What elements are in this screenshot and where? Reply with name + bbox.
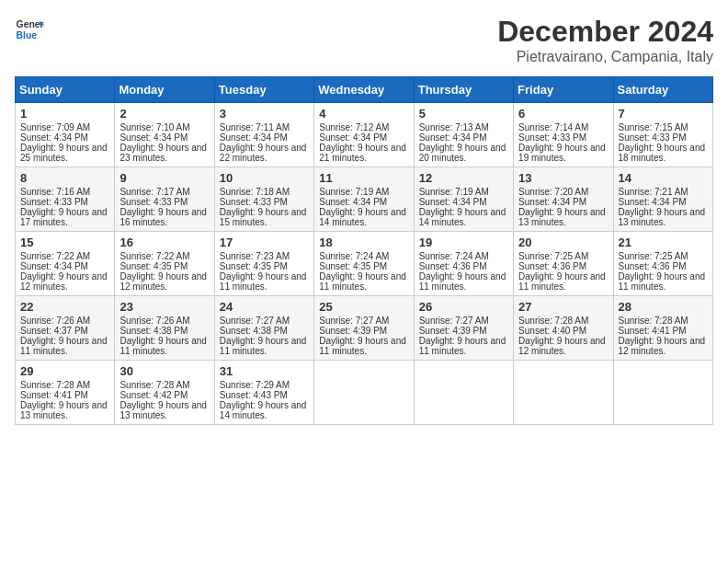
sunset-text: Sunset: 4:42 PM [119,390,188,400]
weekday-header-tuesday: Tuesday [214,77,313,103]
sunset-text: Sunset: 4:34 PM [619,197,687,207]
daylight-text: Daylight: 9 hours and 25 minutes. [20,143,108,163]
day-number: 2 [119,107,209,121]
day-cell: 5Sunrise: 7:13 AMSunset: 4:34 PMDaylight… [414,103,513,167]
day-cell: 9Sunrise: 7:17 AMSunset: 4:33 PMDaylight… [115,167,214,232]
day-number: 18 [319,236,408,249]
sunrise-text: Sunrise: 7:23 AM [220,251,290,261]
sunrise-text: Sunrise: 7:29 AM [220,380,290,390]
sunset-text: Sunset: 4:35 PM [220,261,288,271]
day-number: 6 [518,107,608,121]
day-cell: 17Sunrise: 7:23 AMSunset: 4:35 PMDayligh… [214,232,313,296]
day-cell: 30Sunrise: 7:28 AMSunset: 4:42 PMDayligh… [115,361,214,425]
daylight-text: Daylight: 9 hours and 11 minutes. [619,271,706,292]
sunset-text: Sunset: 4:34 PM [319,197,387,207]
daylight-text: Daylight: 9 hours and 18 minutes. [619,143,706,163]
sunset-text: Sunset: 4:34 PM [220,132,288,143]
day-number: 20 [518,236,608,249]
sunrise-text: Sunrise: 7:25 AM [518,251,588,261]
sunset-text: Sunset: 4:33 PM [20,197,88,207]
day-cell: 26Sunrise: 7:27 AMSunset: 4:39 PMDayligh… [414,296,513,361]
day-number: 11 [319,171,408,185]
sunset-text: Sunset: 4:34 PM [419,197,487,207]
sunrise-text: Sunrise: 7:15 AM [619,122,688,132]
day-number: 26 [419,300,508,314]
calendar-table: SundayMondayTuesdayWednesdayThursdayFrid… [15,76,713,425]
sunrise-text: Sunrise: 7:26 AM [119,316,189,326]
daylight-text: Daylight: 9 hours and 12 minutes. [619,336,706,356]
sunset-text: Sunset: 4:34 PM [518,197,586,207]
sunset-text: Sunset: 4:40 PM [518,326,586,336]
sunset-text: Sunset: 4:41 PM [619,326,687,336]
logo: General Blue [15,15,44,44]
daylight-text: Daylight: 9 hours and 15 minutes. [220,207,307,227]
sunset-text: Sunset: 4:38 PM [119,326,188,336]
sunset-text: Sunset: 4:35 PM [319,261,387,271]
daylight-text: Daylight: 9 hours and 20 minutes. [419,143,506,163]
daylight-text: Daylight: 9 hours and 11 minutes. [220,336,307,356]
sunset-text: Sunset: 4:33 PM [619,132,687,143]
day-number: 14 [619,171,708,185]
daylight-text: Daylight: 9 hours and 14 minutes. [220,400,307,420]
sunrise-text: Sunrise: 7:19 AM [319,187,389,197]
daylight-text: Daylight: 9 hours and 12 minutes. [119,271,207,292]
day-cell: 7Sunrise: 7:15 AMSunset: 4:33 PMDaylight… [613,103,712,167]
sunset-text: Sunset: 4:35 PM [119,261,188,271]
sunset-text: Sunset: 4:34 PM [20,132,88,143]
sunrise-text: Sunrise: 7:13 AM [419,122,489,132]
week-row-3: 15Sunrise: 7:22 AMSunset: 4:34 PMDayligh… [16,232,713,296]
day-number: 8 [20,171,109,185]
day-number: 28 [619,300,708,314]
day-cell: 14Sunrise: 7:21 AMSunset: 4:34 PMDayligh… [613,167,712,232]
day-cell: 25Sunrise: 7:27 AMSunset: 4:39 PMDayligh… [314,296,414,361]
daylight-text: Daylight: 9 hours and 11 minutes. [119,336,207,356]
day-cell: 22Sunrise: 7:26 AMSunset: 4:37 PMDayligh… [16,296,115,361]
sunrise-text: Sunrise: 7:27 AM [319,316,389,326]
day-cell: 8Sunrise: 7:16 AMSunset: 4:33 PMDaylight… [16,167,115,232]
day-number: 19 [419,236,508,249]
day-cell: 2Sunrise: 7:10 AMSunset: 4:34 PMDaylight… [115,103,214,167]
day-cell: 10Sunrise: 7:18 AMSunset: 4:33 PMDayligh… [214,167,313,232]
daylight-text: Daylight: 9 hours and 13 minutes. [619,207,706,227]
day-cell: 21Sunrise: 7:25 AMSunset: 4:36 PMDayligh… [613,232,712,296]
day-cell: 29Sunrise: 7:28 AMSunset: 4:41 PMDayligh… [16,361,115,425]
sunset-text: Sunset: 4:36 PM [419,261,487,271]
calendar-title: December 2024 [497,15,713,49]
day-cell [514,361,613,425]
calendar-subtitle: Pietravairano, Campania, Italy [497,49,713,65]
day-number: 17 [220,236,309,249]
daylight-text: Daylight: 9 hours and 11 minutes. [319,336,406,356]
day-cell: 31Sunrise: 7:29 AMSunset: 4:43 PMDayligh… [214,361,313,425]
day-number: 13 [518,171,608,185]
weekday-header-friday: Friday [514,77,613,103]
day-cell: 11Sunrise: 7:19 AMSunset: 4:34 PMDayligh… [314,167,414,232]
day-number: 10 [220,171,309,185]
sunset-text: Sunset: 4:34 PM [419,132,487,143]
day-number: 5 [419,107,508,121]
daylight-text: Daylight: 9 hours and 13 minutes. [119,400,207,420]
day-number: 23 [119,300,209,314]
sunrise-text: Sunrise: 7:19 AM [419,187,489,197]
day-number: 1 [20,107,109,121]
week-row-4: 22Sunrise: 7:26 AMSunset: 4:37 PMDayligh… [16,296,713,361]
weekday-header-thursday: Thursday [414,77,513,103]
day-number: 15 [20,236,109,249]
daylight-text: Daylight: 9 hours and 11 minutes. [419,271,506,292]
sunrise-text: Sunrise: 7:27 AM [419,316,489,326]
daylight-text: Daylight: 9 hours and 14 minutes. [419,207,506,227]
sunrise-text: Sunrise: 7:22 AM [119,251,189,261]
day-cell: 13Sunrise: 7:20 AMSunset: 4:34 PMDayligh… [514,167,613,232]
day-cell: 12Sunrise: 7:19 AMSunset: 4:34 PMDayligh… [414,167,513,232]
day-cell: 28Sunrise: 7:28 AMSunset: 4:41 PMDayligh… [613,296,712,361]
day-cell: 3Sunrise: 7:11 AMSunset: 4:34 PMDaylight… [214,103,313,167]
sunrise-text: Sunrise: 7:28 AM [20,380,90,390]
daylight-text: Daylight: 9 hours and 14 minutes. [319,207,406,227]
sunrise-text: Sunrise: 7:12 AM [319,122,389,132]
sunrise-text: Sunrise: 7:20 AM [518,187,588,197]
sunset-text: Sunset: 4:41 PM [20,390,88,400]
svg-text:Blue: Blue [17,30,38,40]
day-number: 31 [220,364,309,378]
day-number: 29 [20,364,109,378]
sunset-text: Sunset: 4:37 PM [20,326,88,336]
daylight-text: Daylight: 9 hours and 11 minutes. [220,271,307,292]
